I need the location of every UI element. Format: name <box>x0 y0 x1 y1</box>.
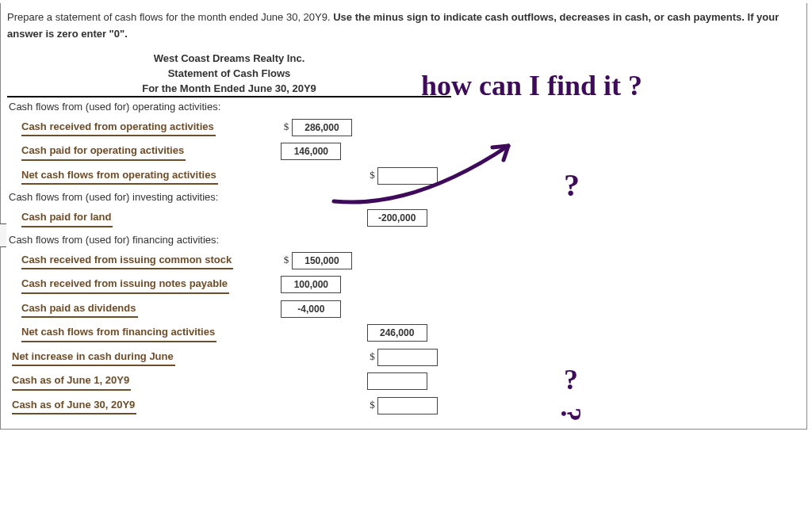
side-tab <box>0 223 6 247</box>
instructions-text: Prepare a statement of cash flows for th… <box>7 10 800 43</box>
investing-section-label: Cash flows from (used for) investing act… <box>7 188 451 206</box>
stmt-title: Statement of Cash Flows <box>7 66 451 81</box>
cash-end-link[interactable]: Cash as of June 30, 20Y9 <box>12 397 136 415</box>
investing-land-link[interactable]: Cash paid for land <box>21 209 113 227</box>
handwritten-mark-icon: ? <box>564 166 580 204</box>
financing-dividends-input[interactable]: -4,000 <box>281 300 341 318</box>
cash-begin-link[interactable]: Cash as of June 1, 20Y9 <box>12 372 131 391</box>
dollar-sign: $ <box>367 350 375 363</box>
financing-section-label: Cash flows from (used for) financing act… <box>7 231 451 249</box>
operating-paid-input[interactable]: 146,000 <box>281 143 341 160</box>
handwritten-mark-icon: ? <box>554 407 588 422</box>
financing-notes-input[interactable]: 100,000 <box>281 276 341 293</box>
investing-land-input[interactable]: -200,000 <box>367 209 427 227</box>
handwritten-mark-icon: ? <box>564 363 578 396</box>
dollar-sign: $ <box>281 120 289 133</box>
operating-net-link[interactable]: Net cash flows from operating activities <box>21 167 218 185</box>
operating-paid-link[interactable]: Cash paid for operating activities <box>21 143 186 161</box>
cash-begin-input[interactable] <box>367 372 427 390</box>
cash-flow-statement: West Coast Dreams Realty Inc. Statement … <box>7 51 451 418</box>
net-increase-link[interactable]: Net increase in cash during June <box>12 349 175 367</box>
financing-stock-input[interactable]: 150,000 <box>292 252 352 269</box>
financing-notes-link[interactable]: Cash received from issuing notes payable <box>21 276 229 294</box>
worksheet-frame: Prepare a statement of cash flows for th… <box>0 3 807 430</box>
financing-net-link[interactable]: Net cash flows from financing activities <box>21 324 216 342</box>
stmt-period: For the Month Ended June 30, 20Y9 <box>7 81 451 97</box>
handwritten-question: how can I find it ? <box>421 71 642 100</box>
financing-stock-link[interactable]: Cash received from issuing common stock <box>21 252 233 270</box>
operating-received-link[interactable]: Cash received from operating activities <box>21 119 216 137</box>
net-increase-input[interactable] <box>377 349 438 366</box>
operating-net-input[interactable] <box>377 167 438 185</box>
dollar-sign: $ <box>367 169 375 181</box>
operating-received-input[interactable]: 286,000 <box>292 119 352 136</box>
cash-end-input[interactable] <box>377 397 438 414</box>
financing-dividends-link[interactable]: Cash paid as dividends <box>21 300 138 319</box>
stmt-company: West Coast Dreams Realty Inc. <box>7 51 451 66</box>
dollar-sign: $ <box>281 254 289 266</box>
instructions-plain: Prepare a statement of cash flows for th… <box>7 11 333 23</box>
dollar-sign: $ <box>367 399 375 411</box>
operating-section-label: Cash flows from (used for) operating act… <box>7 97 451 116</box>
financing-net-input[interactable]: 246,000 <box>367 324 427 342</box>
